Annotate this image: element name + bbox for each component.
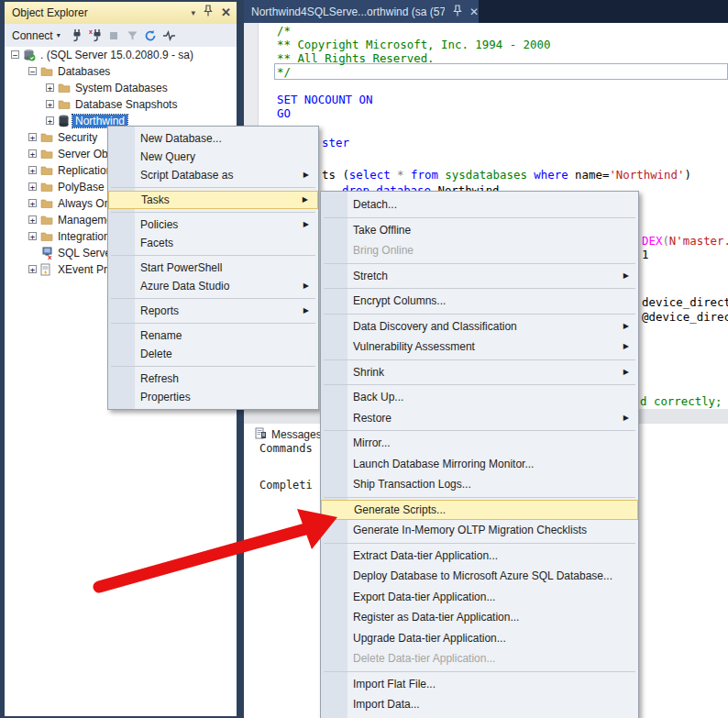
submenu-arrow-icon: ▶ — [623, 316, 629, 337]
activity-monitor-icon[interactable] — [161, 28, 177, 43]
menu-item-ship-transaction-logs[interactable]: Ship Transaction Logs... — [321, 474, 638, 495]
object-explorer-titlebar: Object Explorer ▾ ✕ — [5, 2, 237, 24]
tree-item-database-snapshots[interactable]: +Database Snapshots — [5, 96, 237, 113]
menu-item-new-database[interactable]: New Database... — [108, 129, 318, 148]
menu-item-data-discovery-and-classification[interactable]: Data Discovery and Classification▶ — [321, 316, 638, 337]
folder-icon — [40, 65, 53, 78]
menu-item-azure-data-studio[interactable]: Azure Data Studio▶ — [108, 277, 318, 295]
refresh-icon[interactable] — [143, 28, 159, 43]
folder-icon — [58, 82, 71, 94]
expand-icon[interactable]: + — [28, 232, 37, 240]
menu-item-register-as-data-tier-application[interactable]: Register as Data-tier Application... — [321, 607, 638, 628]
menu-item-properties[interactable]: Properties — [108, 388, 318, 406]
close-icon[interactable]: ✕ — [469, 6, 479, 18]
pin-icon[interactable] — [453, 5, 462, 19]
document-tab-title: Northwind4SQLServe...orthwind (sa (57)) — [251, 6, 445, 18]
menu-item-label: Generate Scripts... — [354, 503, 446, 516]
menu-item-vulnerability-assessment[interactable]: Vulnerability Assessment▶ — [321, 337, 638, 358]
submenu-arrow-icon: ▶ — [623, 266, 629, 287]
menu-item-label: Policies — [140, 218, 178, 231]
menu-separator — [111, 212, 315, 213]
menu-item-shrink[interactable]: Shrink▶ — [321, 362, 638, 383]
xevent-icon — [40, 263, 53, 276]
menu-item-reports[interactable]: Reports▶ — [108, 302, 318, 320]
pin-icon[interactable] — [204, 2, 213, 24]
menu-item-extract-data-tier-application[interactable]: Extract Data-tier Application... — [321, 546, 638, 567]
menu-item-label: Refresh — [140, 372, 179, 385]
menu-item-generate-scripts[interactable]: Generate Scripts... — [321, 500, 638, 521]
menu-item-bring-online: Bring Online — [321, 240, 638, 261]
svg-text:x: x — [89, 28, 93, 35]
menu-item-tasks[interactable]: Tasks▶ — [108, 191, 318, 209]
menu-item-facets[interactable]: Facets — [108, 234, 318, 252]
menu-item-label: Deploy Database to Microsoft Azure SQL D… — [353, 569, 612, 582]
submenu-arrow-icon: ▶ — [623, 337, 629, 358]
expand-icon[interactable]: + — [28, 199, 37, 207]
expand-icon[interactable]: + — [28, 265, 37, 273]
menu-item-label: Export Data-tier Application... — [353, 591, 495, 603]
menu-item-label: Restore — [353, 412, 392, 425]
folder-icon — [40, 230, 53, 243]
expand-icon[interactable]: + — [28, 182, 37, 191]
tree-item-system-databases[interactable]: +System Databases — [5, 80, 237, 96]
tree-item-sql-server-15-0-2080-9-sa[interactable]: −. (SQL Server 15.0.2080.9 - sa) — [5, 47, 237, 63]
menu-item-launch-database-mirroring-monitor[interactable]: Launch Database Mirroring Monitor... — [321, 454, 638, 475]
connect-dropdown[interactable]: Connect — [12, 29, 53, 42]
menu-item-mirror[interactable]: Mirror... — [321, 433, 638, 454]
menu-item-label: Bring Online — [353, 244, 414, 257]
menu-separator — [111, 298, 315, 299]
folder-icon — [40, 181, 53, 193]
menu-item-policies[interactable]: Policies▶ — [108, 215, 318, 234]
menu-item-refresh[interactable]: Refresh — [108, 370, 318, 388]
menu-item-generate-in-memory-oltp-migration-checklists[interactable]: Generate In-Memory OLTP Migration Checkl… — [321, 520, 638, 541]
window-position-chevron-icon[interactable]: ▾ — [192, 2, 196, 24]
menu-item-new-query[interactable]: New Query — [108, 148, 318, 166]
menu-item-back-up[interactable]: Back Up... — [321, 387, 638, 408]
submenu-arrow-icon: ▶ — [303, 215, 309, 234]
tree-item-databases[interactable]: −Databases — [5, 63, 237, 80]
folder-icon — [40, 164, 53, 177]
menu-item-stretch[interactable]: Stretch▶ — [321, 266, 638, 287]
expand-icon[interactable]: + — [28, 215, 37, 224]
expand-icon[interactable]: + — [28, 133, 37, 141]
expand-icon[interactable]: + — [28, 166, 37, 174]
collapse-icon[interactable]: − — [11, 50, 19, 59]
expand-icon[interactable]: + — [46, 83, 54, 92]
menu-item-label: Tasks — [141, 193, 170, 206]
connect-icon[interactable] — [70, 28, 85, 43]
menu-item-label: Generate In-Memory OLTP Migration Checkl… — [353, 524, 587, 536]
menu-item-rename[interactable]: Rename — [108, 326, 318, 345]
menu-item-restore[interactable]: Restore▶ — [321, 408, 638, 429]
menu-item-deploy-database-to-microsoft-azure-sql-database[interactable]: Deploy Database to Microsoft Azure SQL D… — [321, 566, 638, 587]
menu-item-export-data-tier-application[interactable]: Export Data-tier Application... — [321, 587, 638, 608]
menu-separator — [111, 187, 315, 188]
chevron-down-icon[interactable]: ▾ — [57, 31, 61, 39]
menu-item-take-offline[interactable]: Take Offline — [321, 220, 638, 241]
menu-item-detach[interactable]: Detach... — [321, 194, 638, 215]
menu-item-upgrade-data-tier-application[interactable]: Upgrade Data-tier Application... — [321, 628, 638, 649]
menu-item-import-data[interactable]: Import Data... — [321, 694, 638, 715]
stop-icon — [106, 28, 122, 43]
menu-item-start-powershell[interactable]: Start PowerShell — [108, 259, 318, 277]
document-tab[interactable]: Northwind4SQLServe...orthwind (sa (57)) … — [244, 0, 479, 23]
menu-separator — [111, 255, 315, 256]
close-icon[interactable]: ✕ — [221, 2, 231, 24]
tree-item-label: Database Snapshots — [72, 98, 180, 111]
menu-item-label: Script Database as — [140, 169, 233, 182]
menu-item-delete[interactable]: Delete — [108, 345, 318, 363]
messages-icon — [255, 427, 267, 442]
menu-separator — [324, 263, 635, 264]
menu-item-label: Properties — [140, 391, 191, 403]
menu-item-script-database-as[interactable]: Script Database as▶ — [108, 166, 318, 184]
menu-item-encrypt-columns[interactable]: Encrypt Columns... — [321, 291, 638, 312]
filter-icon — [125, 28, 140, 43]
expand-icon[interactable]: + — [46, 100, 54, 108]
menu-item-import-flat-file[interactable]: Import Flat File... — [321, 674, 638, 695]
messages-tab[interactable]: Messages — [255, 427, 322, 442]
expand-icon[interactable]: + — [46, 116, 54, 125]
disconnect-icon[interactable]: x — [88, 28, 104, 43]
collapse-icon[interactable]: − — [28, 67, 37, 75]
expand-icon[interactable]: + — [28, 149, 37, 158]
submenu-arrow-icon: ▶ — [303, 277, 309, 295]
folder-icon — [40, 214, 53, 226]
